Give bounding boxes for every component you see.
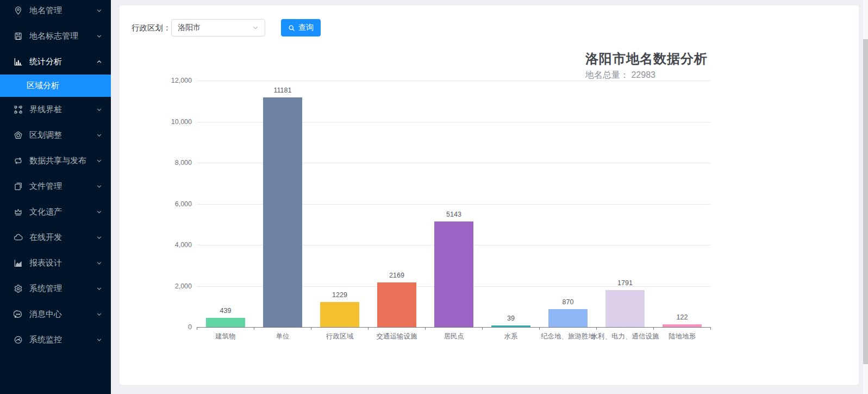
gear-icon <box>14 284 23 293</box>
bar-6[interactable] <box>491 325 530 327</box>
x-axis-tick <box>482 327 483 330</box>
bar-value-label: 439 <box>220 307 232 315</box>
chevron-down-icon <box>96 158 102 164</box>
sidebar-item-9[interactable]: 在线开发 <box>0 225 111 250</box>
bar-9[interactable] <box>663 324 702 327</box>
chevron-down-icon <box>96 311 102 317</box>
sidebar-item-7[interactable]: 文件管理 <box>0 174 111 199</box>
x-axis-tick <box>425 327 426 330</box>
bar-1[interactable] <box>206 318 245 327</box>
x-axis-tick <box>710 327 711 330</box>
x-axis-category-label: 交通运输设施 <box>377 332 417 341</box>
sidebar-menu: 地名管理地名标志管理统计分析区域分析界线界桩区划调整数据共享与发布文件管理文化遗… <box>0 0 111 353</box>
location-pin-icon <box>14 6 23 15</box>
page-scrollbar-thumb[interactable] <box>863 39 868 364</box>
y-axis-tick-label: 12,000 <box>154 77 192 84</box>
bar-value-label: 1229 <box>332 291 347 299</box>
main-content: 行政区划： 洛阳市 查询 洛阳市地名数据分析 地名总量： 22983 02,00… <box>111 0 868 394</box>
cloud-icon <box>14 233 23 242</box>
sidebar-item-12[interactable]: 消息中心 <box>0 301 111 327</box>
y-axis-tick-label: 0 <box>154 323 192 331</box>
sidebar-item-label: 文化遗产 <box>29 207 96 217</box>
gauge-icon <box>14 335 23 344</box>
chevron-down-icon <box>96 107 102 113</box>
boundary-frame-icon <box>14 105 23 114</box>
x-axis-tick <box>596 327 597 330</box>
chat-bubble-icon <box>14 310 23 319</box>
bar-chart-icon <box>14 57 23 66</box>
sidebar-item-label: 区划调整 <box>29 130 96 140</box>
chart-title: 洛阳市地名数据分析 <box>585 51 708 67</box>
chevron-down-icon <box>96 33 102 39</box>
sidebar-item-label: 系统监控 <box>29 335 96 345</box>
bar-7[interactable] <box>548 309 588 327</box>
bar-2[interactable] <box>263 97 302 327</box>
bar-4[interactable] <box>377 282 416 327</box>
x-axis-category-label: 水利、电力、通信设施 <box>591 332 659 341</box>
bar-value-label: 11181 <box>274 87 292 94</box>
chevron-down-icon <box>96 183 102 189</box>
x-axis-tick <box>368 327 369 330</box>
bar-3[interactable] <box>320 302 359 327</box>
bar-value-label: 2169 <box>389 272 404 279</box>
area-chart-icon <box>14 258 23 268</box>
gridline <box>197 81 710 81</box>
x-axis-tick <box>653 327 654 330</box>
bar-value-label: 5143 <box>446 211 461 218</box>
nameplate-icon <box>14 32 23 41</box>
bar-8[interactable] <box>605 290 645 327</box>
bar-value-label: 39 <box>507 315 515 322</box>
sidebar-item-10[interactable]: 报表设计 <box>0 250 111 276</box>
sidebar-item-label: 数据共享与发布 <box>29 156 96 166</box>
x-axis-category-label: 水系 <box>504 332 518 341</box>
bar-value-label: 122 <box>677 313 688 321</box>
crown-icon <box>14 207 23 217</box>
sidebar-item-label: 地名管理 <box>29 5 96 16</box>
sidebar-item-2[interactable]: 地名标志管理 <box>0 23 111 49</box>
chevron-down-icon <box>96 8 102 14</box>
bar-5[interactable] <box>434 221 473 327</box>
chevron-down-icon <box>96 235 102 241</box>
chevron-down-icon <box>96 286 102 292</box>
sidebar-item-label: 界线界桩 <box>29 104 96 115</box>
sidebar-item-11[interactable]: 系统管理 <box>0 276 111 301</box>
sidebar-item-3[interactable]: 统计分析 <box>0 49 111 75</box>
sidebar: 地名管理地名标志管理统计分析区域分析界线界桩区划调整数据共享与发布文件管理文化遗… <box>0 0 111 394</box>
sidebar-item-label: 地名标志管理 <box>29 31 96 41</box>
y-axis-tick-label: 6,000 <box>154 200 192 208</box>
sidebar-item-13[interactable]: 系统监控 <box>0 327 111 353</box>
y-axis-tick-label: 8,000 <box>154 159 192 167</box>
x-axis-category-label: 纪念地、旅游胜地 <box>541 332 595 341</box>
x-axis-tick <box>197 327 197 330</box>
x-axis-tick <box>254 327 254 330</box>
sidebar-subitem-label: 区域分析 <box>27 81 59 91</box>
sidebar-item-1[interactable]: 地名管理 <box>0 0 111 23</box>
x-axis-category-label: 行政区域 <box>326 332 353 341</box>
x-axis-category-label: 单位 <box>276 332 290 341</box>
x-axis-tick <box>539 327 540 330</box>
chevron-down-icon <box>96 132 102 138</box>
sidebar-item-label: 在线开发 <box>29 232 96 243</box>
sync-arrows-icon <box>14 156 23 165</box>
chart-title-block: 洛阳市地名数据分析 地名总量： 22983 <box>585 51 708 81</box>
y-axis-tick-label: 10,000 <box>154 118 192 126</box>
sidebar-item-label: 系统管理 <box>29 284 96 294</box>
chevron-down-icon <box>96 337 102 343</box>
sidebar-item-8[interactable]: 文化遗产 <box>0 199 111 225</box>
bar-value-label: 870 <box>563 298 574 306</box>
x-axis-category-label: 陆地地形 <box>669 332 696 341</box>
page-scrollbar-track[interactable] <box>863 0 868 394</box>
chevron-up-icon <box>96 59 102 65</box>
files-icon <box>14 182 23 191</box>
sidebar-item-4[interactable]: 界线界桩 <box>0 97 111 122</box>
chevron-down-icon <box>96 260 102 266</box>
sidebar-item-label: 文件管理 <box>29 181 96 192</box>
sidebar-item-5[interactable]: 区划调整 <box>0 122 111 148</box>
sidebar-item-6[interactable]: 数据共享与发布 <box>0 148 111 174</box>
sidebar-item-label: 统计分析 <box>29 57 96 67</box>
sidebar-subitem-3[interactable]: 区域分析 <box>0 75 111 97</box>
sidebar-item-label: 消息中心 <box>29 309 96 319</box>
chart-subtitle: 地名总量： 22983 <box>585 70 708 81</box>
x-axis-tick <box>311 327 311 330</box>
chevron-down-icon <box>96 209 102 215</box>
